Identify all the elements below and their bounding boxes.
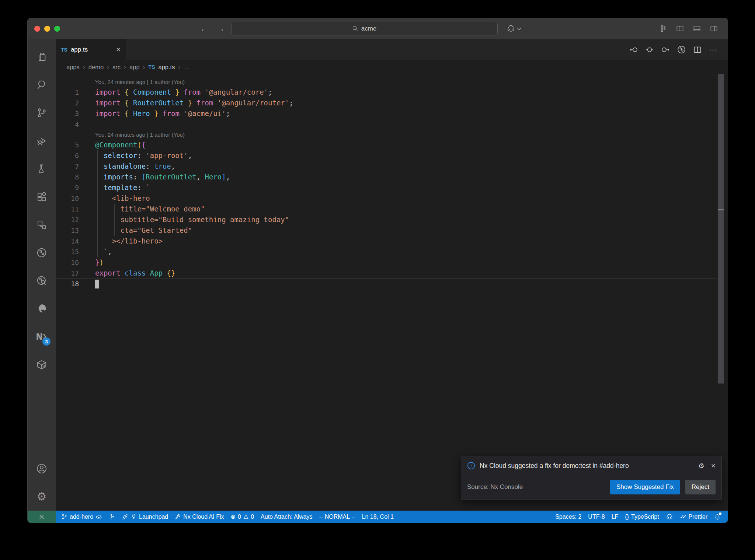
- split-editor-icon[interactable]: [693, 45, 702, 54]
- git-branch-status[interactable]: add-hero: [58, 511, 105, 523]
- code-line[interactable]: 10 <lib-hero: [56, 193, 717, 204]
- settings-button[interactable]: ⚙: [28, 483, 56, 511]
- toggle-panel-icon[interactable]: [693, 24, 701, 33]
- nx-fix-label: Nx Cloud AI Fix: [183, 514, 224, 520]
- container-icon: [36, 359, 47, 370]
- code-line[interactable]: 5@Component({: [56, 140, 717, 150]
- indent-guide: [97, 172, 98, 182]
- toggle-primary-sidebar-icon[interactable]: [676, 24, 684, 33]
- problems-status[interactable]: ⊗ 0 ⚠ 0: [227, 511, 258, 523]
- git-graph-status[interactable]: [105, 511, 118, 523]
- sidebar-item-commit-graph[interactable]: [28, 239, 56, 267]
- copilot-menu[interactable]: [507, 24, 521, 33]
- indentation-status[interactable]: Spaces: 2: [552, 511, 585, 523]
- show-suggested-fix-button[interactable]: Show Suggested Fix: [610, 480, 680, 494]
- sidebar-item-explorer[interactable]: [28, 43, 56, 71]
- breadcrumb-item[interactable]: src: [112, 64, 121, 71]
- close-icon[interactable]: ×: [711, 461, 716, 470]
- code-line[interactable]: 18: [56, 279, 717, 289]
- code-line[interactable]: 3import { Hero } from '@acme/ui';: [56, 108, 717, 119]
- copilot-status[interactable]: [662, 511, 676, 523]
- code-line[interactable]: 14 ></lib-hero>: [56, 236, 717, 246]
- history-forward-icon[interactable]: →: [216, 24, 225, 34]
- sidebar-item-project-structure[interactable]: [28, 211, 56, 239]
- indent-guide: [97, 225, 98, 236]
- code-line[interactable]: 15 `,: [56, 246, 717, 257]
- error-icon: ⊗: [231, 514, 236, 520]
- chevron-down-icon: [517, 27, 521, 30]
- sidebar-item-nx-console[interactable]: N 3: [28, 323, 56, 351]
- code-line[interactable]: 6 selector: 'app-root',: [56, 150, 717, 161]
- compare-working-icon[interactable]: [645, 45, 654, 54]
- line-number: 12: [56, 214, 95, 225]
- code-line[interactable]: 1import { Component } from '@angular/cor…: [56, 87, 717, 98]
- reject-button[interactable]: Reject: [685, 480, 716, 494]
- copilot-icon: [507, 24, 515, 33]
- git-graph-icon: [109, 514, 115, 520]
- plug-icon: [131, 514, 137, 520]
- code-line[interactable]: 16}): [56, 257, 717, 268]
- breadcrumb-item[interactable]: app: [129, 64, 140, 71]
- toggle-secondary-sidebar-icon[interactable]: [710, 24, 718, 33]
- command-center-search[interactable]: acme: [231, 22, 498, 35]
- indent-guide: [114, 214, 115, 225]
- svg-text:i: i: [470, 463, 472, 469]
- tab-close-icon[interactable]: ×: [116, 45, 121, 54]
- code-line[interactable]: 17export class App {}: [56, 268, 717, 279]
- breadcrumb-item-symbols[interactable]: …: [184, 64, 190, 71]
- warning-icon: ⚠: [243, 514, 248, 520]
- search-icon: [352, 25, 358, 32]
- sidebar-item-extensions[interactable]: [28, 183, 56, 211]
- vim-mode-status[interactable]: -- NORMAL --: [316, 511, 359, 523]
- notifications-status[interactable]: [711, 511, 724, 523]
- cursor-position-status[interactable]: Ln 18, Col 1: [359, 511, 397, 523]
- eol-status[interactable]: LF: [608, 511, 622, 523]
- sidebar-item-testing[interactable]: [28, 155, 56, 183]
- code-line[interactable]: 12 subtitle="Build something amazing tod…: [56, 214, 717, 225]
- editor-scrollbar[interactable]: [718, 74, 724, 511]
- remote-indicator[interactable]: [28, 511, 56, 523]
- code-line[interactable]: 13 cta="Get Started": [56, 225, 717, 236]
- close-window-button[interactable]: [34, 26, 40, 32]
- braces-icon: {}: [625, 514, 629, 520]
- typescript-file-icon: TS: [149, 64, 155, 70]
- language-mode-status[interactable]: {} TypeScript: [622, 511, 662, 523]
- sidebar-item-containers[interactable]: [28, 351, 56, 379]
- accounts-button[interactable]: [28, 455, 56, 483]
- breadcrumb-item[interactable]: apps: [66, 64, 80, 71]
- code-line[interactable]: 4: [56, 119, 717, 130]
- zoom-window-button[interactable]: [54, 26, 60, 32]
- code-line[interactable]: 2import { RouterOutlet } from '@angular/…: [56, 98, 717, 108]
- scrollbar-slider[interactable]: [718, 74, 724, 384]
- breadcrumb-item-current[interactable]: app.ts: [158, 64, 175, 71]
- sidebar-item-source-control[interactable]: [28, 99, 56, 127]
- code-line[interactable]: 8 imports: [RouterOutlet, Hero],: [56, 172, 717, 182]
- encoding-status[interactable]: UTF-8: [585, 511, 608, 523]
- gitlens-blame-annotation[interactable]: You, 24 minutes ago | 1 author (You): [95, 130, 717, 140]
- more-actions-icon[interactable]: ···: [709, 45, 717, 54]
- gitlens-blame-annotation[interactable]: You, 24 minutes ago | 1 author (You): [95, 77, 717, 87]
- breadcrumb-item[interactable]: demo: [88, 64, 104, 71]
- notification-settings-icon[interactable]: ⚙: [698, 462, 704, 470]
- sidebar-item-edge-devtools[interactable]: [28, 295, 56, 323]
- nx-cloud-fix-status[interactable]: Nx Cloud AI Fix: [171, 511, 227, 523]
- code-editor[interactable]: You, 24 minutes ago | 1 author (You)1imp…: [56, 74, 728, 511]
- next-change-icon[interactable]: [661, 45, 670, 54]
- commit-graph-action-icon[interactable]: [677, 45, 686, 54]
- auto-attach-status[interactable]: Auto Attach: Always: [257, 511, 316, 523]
- minimize-window-button[interactable]: [44, 26, 50, 32]
- tab-label: app.ts: [71, 46, 88, 53]
- code-line[interactable]: 11 title="Welcmoe demo": [56, 204, 717, 214]
- code-line[interactable]: 7 standalone: true,: [56, 161, 717, 172]
- sidebar-item-commit-search[interactable]: [28, 267, 56, 295]
- tab-app-ts[interactable]: TS app.ts ×: [56, 39, 126, 60]
- customize-layout-icon[interactable]: [659, 24, 667, 33]
- history-back-icon[interactable]: ←: [200, 24, 209, 34]
- formatter-status[interactable]: ✓✓ Prettier: [676, 511, 711, 523]
- nx-badge: 3: [42, 337, 51, 346]
- code-line[interactable]: 9 template: `: [56, 182, 717, 193]
- launchpad-status[interactable]: Launchpad: [118, 511, 171, 523]
- prev-change-icon[interactable]: [629, 45, 638, 54]
- sidebar-item-search[interactable]: [28, 71, 56, 99]
- sidebar-item-run-debug[interactable]: [28, 127, 56, 155]
